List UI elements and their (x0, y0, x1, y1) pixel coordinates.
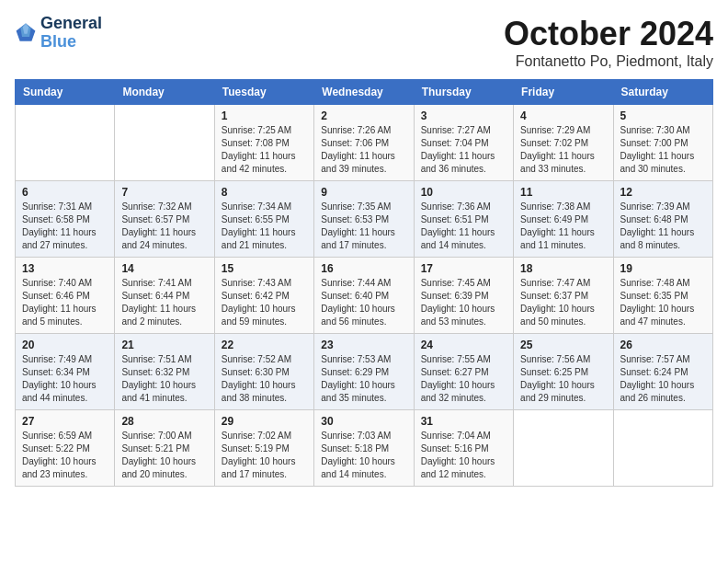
day-number: 2 (321, 109, 406, 122)
sunrise-text: Sunrise: 7:00 AM (121, 431, 191, 441)
sunset-text: Sunset: 6:30 PM (222, 367, 290, 377)
day-info: Sunrise: 7:27 AM Sunset: 7:04 PM Dayligh… (421, 124, 506, 176)
day-info: Sunrise: 7:52 AM Sunset: 6:30 PM Dayligh… (222, 353, 307, 405)
sunset-text: Sunset: 5:22 PM (22, 443, 90, 454)
sunrise-text: Sunrise: 7:53 AM (321, 354, 391, 364)
sunset-text: Sunset: 6:27 PM (421, 367, 489, 377)
sunrise-text: Sunrise: 7:34 AM (222, 201, 291, 212)
calendar-cell: 24 Sunrise: 7:55 AM Sunset: 6:27 PM Dayl… (414, 334, 513, 410)
day-number: 15 (222, 262, 307, 275)
weekday-header-monday: Monday (115, 80, 214, 105)
day-number: 28 (121, 415, 207, 428)
daylight-text: Daylight: 11 hours and 27 minutes. (22, 227, 97, 250)
daylight-text: Daylight: 10 hours and 47 minutes. (620, 304, 695, 327)
calendar-week-4: 20 Sunrise: 7:49 AM Sunset: 6:34 PM Dayl… (16, 334, 713, 410)
day-info: Sunrise: 7:26 AM Sunset: 7:06 PM Dayligh… (321, 124, 406, 176)
daylight-text: Daylight: 10 hours and 17 minutes. (222, 456, 296, 479)
daylight-text: Daylight: 10 hours and 26 minutes. (620, 380, 695, 403)
sunrise-text: Sunrise: 7:35 AM (321, 201, 391, 212)
daylight-text: Daylight: 10 hours and 41 minutes. (121, 380, 196, 403)
day-info: Sunrise: 7:55 AM Sunset: 6:27 PM Dayligh… (421, 353, 506, 405)
calendar-cell: 29 Sunrise: 7:02 AM Sunset: 5:19 PM Dayl… (214, 410, 313, 487)
daylight-text: Daylight: 11 hours and 42 minutes. (222, 151, 296, 174)
calendar-cell: 27 Sunrise: 6:59 AM Sunset: 5:22 PM Dayl… (16, 410, 115, 487)
day-number: 30 (321, 415, 406, 428)
day-number: 19 (620, 262, 706, 275)
sunset-text: Sunset: 6:42 PM (222, 291, 290, 301)
sunset-text: Sunset: 5:16 PM (421, 443, 489, 454)
calendar-cell: 25 Sunrise: 7:56 AM Sunset: 6:25 PM Dayl… (514, 334, 613, 410)
sunset-text: Sunset: 6:32 PM (121, 367, 189, 377)
sunset-text: Sunset: 6:39 PM (421, 291, 489, 301)
sunset-text: Sunset: 6:25 PM (520, 367, 588, 377)
daylight-text: Daylight: 10 hours and 12 minutes. (421, 456, 495, 479)
day-number: 7 (121, 186, 207, 199)
sunrise-text: Sunrise: 7:44 AM (321, 278, 391, 288)
sunrise-text: Sunrise: 7:55 AM (421, 354, 491, 364)
sunrise-text: Sunrise: 7:57 AM (620, 354, 690, 364)
calendar-cell: 10 Sunrise: 7:36 AM Sunset: 6:51 PM Dayl… (414, 181, 513, 258)
daylight-text: Daylight: 11 hours and 21 minutes. (222, 227, 296, 250)
logo-text: General Blue (40, 15, 102, 52)
calendar-cell: 3 Sunrise: 7:27 AM Sunset: 7:04 PM Dayli… (414, 105, 513, 181)
calendar-week-3: 13 Sunrise: 7:40 AM Sunset: 6:46 PM Dayl… (16, 258, 713, 334)
day-info: Sunrise: 7:04 AM Sunset: 5:16 PM Dayligh… (421, 430, 506, 481)
calendar-header: SundayMondayTuesdayWednesdayThursdayFrid… (16, 80, 713, 105)
day-info: Sunrise: 7:35 AM Sunset: 6:53 PM Dayligh… (321, 201, 406, 252)
sunset-text: Sunset: 6:34 PM (22, 367, 90, 377)
sunset-text: Sunset: 6:51 PM (421, 214, 489, 224)
day-info: Sunrise: 7:39 AM Sunset: 6:48 PM Dayligh… (620, 201, 706, 252)
sunset-text: Sunset: 5:18 PM (321, 443, 389, 454)
day-info: Sunrise: 7:44 AM Sunset: 6:40 PM Dayligh… (321, 277, 406, 328)
sunrise-text: Sunrise: 7:43 AM (222, 278, 291, 288)
sunset-text: Sunset: 6:37 PM (520, 291, 588, 301)
calendar-cell: 26 Sunrise: 7:57 AM Sunset: 6:24 PM Dayl… (613, 334, 712, 410)
page-header: General Blue October 2024 Fontanetto Po,… (15, 15, 713, 70)
calendar-cell (115, 105, 214, 181)
day-info: Sunrise: 6:59 AM Sunset: 5:22 PM Dayligh… (22, 430, 108, 481)
daylight-text: Daylight: 10 hours and 50 minutes. (520, 304, 595, 327)
calendar-cell: 12 Sunrise: 7:39 AM Sunset: 6:48 PM Dayl… (613, 181, 712, 258)
day-number: 10 (421, 186, 506, 199)
calendar-cell: 9 Sunrise: 7:35 AM Sunset: 6:53 PM Dayli… (314, 181, 414, 258)
day-info: Sunrise: 7:32 AM Sunset: 6:57 PM Dayligh… (121, 201, 207, 252)
sunset-text: Sunset: 6:40 PM (321, 291, 389, 301)
daylight-text: Daylight: 10 hours and 38 minutes. (222, 380, 296, 403)
daylight-text: Daylight: 11 hours and 8 minutes. (620, 227, 695, 250)
calendar-week-1: 1 Sunrise: 7:25 AM Sunset: 7:08 PM Dayli… (16, 105, 713, 181)
sunrise-text: Sunrise: 7:04 AM (421, 431, 491, 441)
day-info: Sunrise: 7:51 AM Sunset: 6:32 PM Dayligh… (121, 353, 207, 405)
day-info: Sunrise: 7:31 AM Sunset: 6:58 PM Dayligh… (22, 201, 108, 252)
sunrise-text: Sunrise: 7:52 AM (222, 354, 291, 364)
daylight-text: Daylight: 11 hours and 5 minutes. (22, 304, 97, 327)
sunrise-text: Sunrise: 7:36 AM (421, 201, 491, 212)
daylight-text: Daylight: 11 hours and 24 minutes. (121, 227, 196, 250)
day-number: 8 (222, 186, 307, 199)
calendar-cell (514, 410, 613, 487)
sunrise-text: Sunrise: 7:38 AM (520, 201, 590, 212)
calendar-cell: 18 Sunrise: 7:47 AM Sunset: 6:37 PM Dayl… (514, 258, 613, 334)
sunset-text: Sunset: 5:19 PM (222, 443, 290, 454)
day-number: 11 (520, 186, 606, 199)
daylight-text: Daylight: 10 hours and 32 minutes. (421, 380, 495, 403)
sunrise-text: Sunrise: 7:40 AM (22, 278, 92, 288)
daylight-text: Daylight: 11 hours and 33 minutes. (520, 151, 595, 174)
sunrise-text: Sunrise: 7:41 AM (121, 278, 191, 288)
sunset-text: Sunset: 6:46 PM (22, 291, 90, 301)
sunrise-text: Sunrise: 7:39 AM (620, 201, 690, 212)
day-info: Sunrise: 7:30 AM Sunset: 7:00 PM Dayligh… (620, 124, 706, 176)
calendar-cell: 4 Sunrise: 7:29 AM Sunset: 7:02 PM Dayli… (514, 105, 613, 181)
sunset-text: Sunset: 7:08 PM (222, 138, 290, 148)
calendar-cell: 22 Sunrise: 7:52 AM Sunset: 6:30 PM Dayl… (214, 334, 313, 410)
sunrise-text: Sunrise: 6:59 AM (22, 431, 92, 441)
sunrise-text: Sunrise: 7:31 AM (22, 201, 92, 212)
sunset-text: Sunset: 6:53 PM (321, 214, 389, 224)
day-info: Sunrise: 7:49 AM Sunset: 6:34 PM Dayligh… (22, 353, 108, 405)
sunrise-text: Sunrise: 7:49 AM (22, 354, 92, 364)
calendar-cell: 11 Sunrise: 7:38 AM Sunset: 6:49 PM Dayl… (514, 181, 613, 258)
calendar-cell: 1 Sunrise: 7:25 AM Sunset: 7:08 PM Dayli… (214, 105, 313, 181)
day-number: 26 (620, 339, 706, 351)
daylight-text: Daylight: 11 hours and 36 minutes. (421, 151, 495, 174)
day-info: Sunrise: 7:56 AM Sunset: 6:25 PM Dayligh… (520, 353, 606, 405)
sunset-text: Sunset: 6:44 PM (121, 291, 189, 301)
